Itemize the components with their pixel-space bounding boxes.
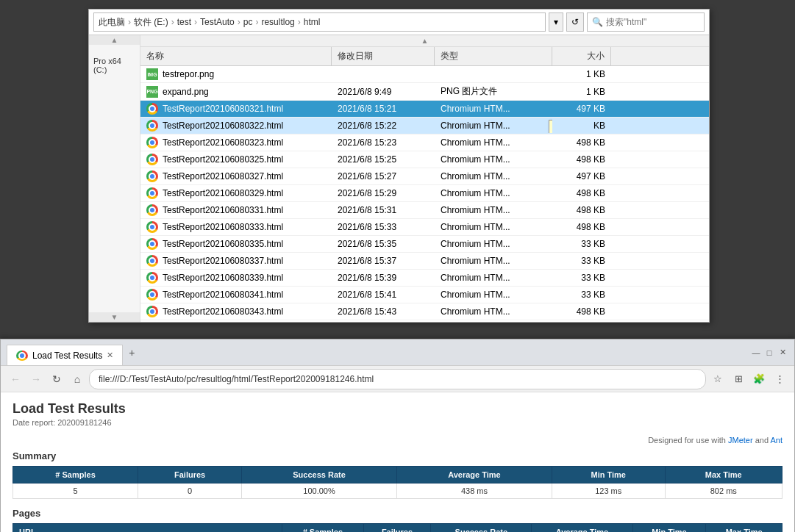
file-row[interactable]: TestReport202106080337.html 2021/6/8 15:…: [140, 253, 709, 270]
ant-link[interactable]: Ant: [770, 436, 782, 445]
file-date: 2021/6/8 15:37: [332, 254, 435, 268]
file-type: Chromium HTM...: [435, 101, 552, 116]
browser-minimize-btn[interactable]: —: [750, 347, 762, 359]
file-date: 2021/6/8 15:41: [332, 287, 435, 302]
file-size: 497 KB: [552, 169, 611, 184]
file-size: 1 KB: [552, 85, 611, 99]
file-name: TestReport202106080337.html: [163, 256, 283, 266]
summary-min-time: 123 ms: [552, 484, 665, 499]
file-row[interactable]: TestReport202106080325.html 2021/6/8 15:…: [140, 151, 709, 168]
explorer-content: ▲ Pro x64 (C:) ▼ ▲ 名称 修改日期 类型 大小 IMG tes…: [89, 35, 709, 322]
file-icon-chrome: [146, 103, 158, 115]
file-icon-chrome: [146, 120, 158, 132]
col-header-date[interactable]: 修改日期: [332, 47, 435, 65]
jmeter-link[interactable]: JMeter: [728, 436, 753, 445]
file-date: 2021/6/8 15:25: [332, 152, 435, 167]
browser-back-btn[interactable]: ←: [7, 370, 24, 388]
file-row[interactable]: TestReport202106080322.html 2021/6/8 15:…: [140, 118, 709, 134]
file-type: Chromium HTM...: [435, 135, 552, 150]
file-date: 2021/6/8 15:31: [332, 203, 435, 218]
col-header-type[interactable]: 类型: [435, 47, 552, 65]
file-name: TestReport202106080331.html: [163, 205, 283, 215]
file-date: 2021/6/8 15:22: [332, 118, 435, 133]
col-header-size[interactable]: 大小: [552, 47, 611, 65]
extensions-icon[interactable]: 🧩: [750, 370, 768, 388]
file-row[interactable]: TestReport202106080329.html 2021/6/8 15:…: [140, 185, 709, 202]
th-p-success-rate: Success Rate: [431, 524, 532, 533]
file-size: 498 KB: [552, 203, 611, 218]
file-row[interactable]: IMG testrepor.png 1 KB: [140, 66, 709, 83]
file-row[interactable]: TestReport202106080321.html 2021/6/8 15:…: [140, 101, 709, 118]
url-bar[interactable]: [89, 369, 706, 389]
file-size: 498 KB: [552, 304, 611, 319]
th-failures: Failures: [138, 467, 242, 484]
file-date: 2021/6/8 15:27: [332, 169, 435, 184]
designed-text: Designed for use with JMeter and Ant: [13, 436, 782, 445]
file-icon-chrome: [146, 187, 158, 199]
file-row[interactable]: TestReport202106080331.html 2021/6/8 15:…: [140, 202, 709, 219]
bookmark-list-icon[interactable]: ⊞: [730, 370, 747, 388]
sidebar-drive-c[interactable]: Pro x64 (C:): [89, 54, 140, 77]
file-list-scroll-up[interactable]: ▲: [140, 35, 709, 47]
tab-title: Load Test Results: [32, 351, 102, 361]
file-type: Chromium HTM...: [435, 220, 552, 234]
browser-reload-btn[interactable]: ↻: [48, 370, 65, 388]
browser-tab-active[interactable]: Load Test Results ✕: [7, 345, 123, 365]
search-input[interactable]: [606, 17, 694, 27]
sidebar-scroll-up[interactable]: ▲: [89, 35, 140, 45]
summary-table: # Samples Failures Success Rate Average …: [13, 466, 782, 499]
address-refresh-btn[interactable]: ↺: [566, 12, 584, 32]
summary-failures: 0: [138, 484, 242, 499]
file-row[interactable]: TestReport202106080343.html 2021/6/8 15:…: [140, 303, 709, 320]
file-icon-chrome: [146, 221, 158, 233]
search-box: 🔍: [587, 12, 705, 32]
file-date: 2021/6/8 15:35: [332, 237, 435, 251]
file-row[interactable]: TestReport202106080341.html 2021/6/8 15:…: [140, 287, 709, 303]
col-header-name[interactable]: 名称: [140, 47, 332, 65]
file-date: 2021/6/8 15:45: [332, 321, 435, 322]
file-date: 2021/6/8 15:33: [332, 220, 435, 234]
file-size: 33 KB: [552, 237, 611, 251]
file-date: 2021/6/8 15:21: [332, 101, 435, 116]
file-type: Chromium HTM...: [435, 152, 552, 167]
pages-table: URL # Samples Failures Success Rate Aver…: [13, 523, 782, 532]
file-list-panel[interactable]: ▲ 名称 修改日期 类型 大小 IMG testrepor.png 1 KB: [140, 35, 709, 322]
file-row[interactable]: TestReport202106080335.html 2021/6/8 15:…: [140, 236, 709, 253]
file-size: 33 KB: [552, 254, 611, 268]
th-p-failures: Failures: [363, 524, 431, 533]
sidebar-scroll-down[interactable]: ▼: [89, 312, 140, 322]
browser-maximize-btn[interactable]: □: [763, 347, 775, 359]
file-row[interactable]: TestReport202106080323.html 2021/6/8 15:…: [140, 134, 709, 151]
browser-menu-btn[interactable]: ⋮: [771, 370, 788, 388]
file-row[interactable]: TestReport202106080327.html 2021/6/8 15:…: [140, 168, 709, 185]
file-row[interactable]: TestReport202106080333.html 2021/6/8 15:…: [140, 219, 709, 236]
tab-close-btn[interactable]: ✕: [107, 351, 113, 360]
browser-home-btn[interactable]: ⌂: [68, 370, 86, 388]
file-size: 497 KB: [552, 101, 611, 116]
file-icon-chrome: [146, 238, 158, 250]
file-row[interactable]: TestReport202106080339.html 2021/6/8 15:…: [140, 270, 709, 287]
address-path[interactable]: 此电脑 › 软件 (E:) › test › TestAuto › pc › r…: [93, 12, 546, 32]
explorer-window: 此电脑 › 软件 (E:) › test › TestAuto › pc › r…: [88, 9, 710, 323]
file-type: Chromium HTM...: [435, 304, 552, 319]
file-row[interactable]: PNG expand.png 2021/6/8 9:49 PNG 图片文件 1 …: [140, 83, 709, 101]
file-name: TestReport202106080329.html: [163, 188, 283, 198]
nav-icons-right: ☆ ⊞ 🧩 ⋮: [709, 370, 788, 388]
new-tab-btn[interactable]: +: [123, 344, 140, 362]
file-type: Chromium HTM...: [435, 186, 552, 201]
browser-forward-btn[interactable]: →: [27, 370, 45, 388]
browser-close-btn[interactable]: ✕: [777, 347, 788, 359]
file-row[interactable]: TestReport202106080345.html 2021/6/8 15:…: [140, 320, 709, 322]
addr-part-2: test: [177, 17, 191, 27]
addr-part-0: 此电脑: [99, 16, 125, 29]
address-dropdown-btn[interactable]: ▾: [549, 12, 563, 32]
page-subtitle: Date report: 202009181246: [13, 418, 782, 427]
file-type: Chromium HTM... Chromium HTML Document: [435, 118, 552, 133]
summary-avg-time: 438 ms: [397, 484, 552, 499]
file-date: 2021/6/8 15:29: [332, 186, 435, 201]
file-date: 2021/6/8 9:49: [332, 85, 435, 99]
pages-header-row: URL # Samples Failures Success Rate Aver…: [13, 524, 782, 533]
bookmark-icon[interactable]: ☆: [709, 370, 727, 388]
file-icon-chrome: [146, 289, 158, 301]
file-type: PNG 图片文件: [435, 83, 552, 100]
